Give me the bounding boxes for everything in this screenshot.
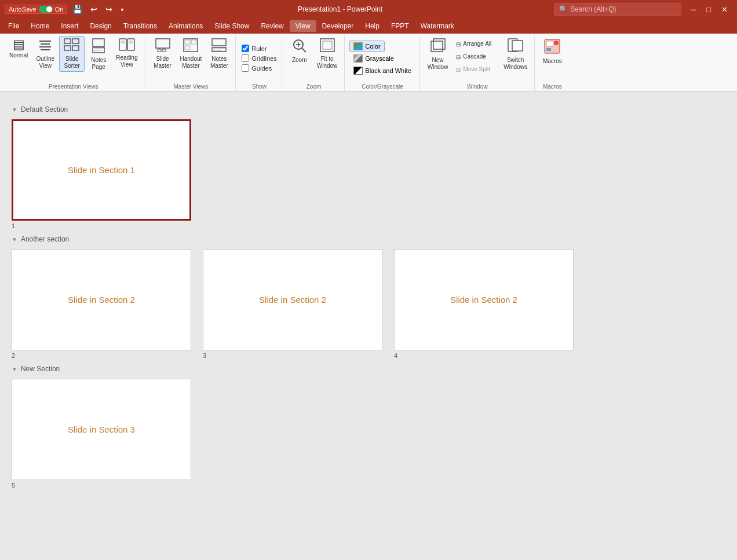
gridlines-check[interactable]: Gridlines	[240, 54, 278, 63]
redo-button[interactable]: ↪	[103, 3, 115, 15]
slide-text-5: Slide in Section 3	[68, 424, 135, 434]
slide-number-4: 4	[394, 352, 397, 359]
autosave-label: AutoSave	[9, 6, 37, 13]
ribbon-btn-outline-view[interactable]: OutlineView	[32, 36, 58, 72]
slide-text-2: Slide in Section 2	[68, 295, 135, 305]
svg-rect-20	[162, 49, 166, 52]
ribbon-btn-slide-sorter[interactable]: SlideSorter	[59, 36, 85, 72]
ribbon-btn-fit-to-window[interactable]: Fit toWindow	[313, 36, 341, 72]
undo-button[interactable]: ↩	[87, 3, 100, 15]
slide-thumb-3[interactable]: Slide in Section 2	[203, 249, 382, 350]
slide-sorter-area: ▼ Default Section Slide in Section 1 1 ▼…	[0, 91, 737, 560]
ribbon-btn-zoom[interactable]: Zoom	[287, 36, 312, 66]
master-views-buttons: SlideMaster HandoutMaster NotesMaster	[150, 36, 232, 80]
svg-rect-37	[431, 41, 443, 52]
ribbon-btn-normal[interactable]: ▤ Normal	[6, 36, 31, 61]
reading-view-icon	[119, 38, 135, 53]
ribbon-btn-handout-master[interactable]: HandoutMaster	[177, 36, 206, 72]
menu-file[interactable]: File	[2, 20, 25, 32]
group-label-window: Window	[421, 83, 534, 90]
gridlines-checkbox[interactable]	[242, 54, 249, 62]
main-content: ▼ Default Section Slide in Section 1 1 ▼…	[0, 91, 737, 560]
ribbon-btn-notes-master[interactable]: NotesMaster	[206, 36, 232, 72]
presentation-views-buttons: ▤ Normal OutlineView SlideSorter NotesP	[6, 36, 141, 80]
menu-design[interactable]: Design	[84, 20, 117, 32]
quick-access-toolbar: AutoSave On 💾 ↩ ↪ ▪	[5, 3, 126, 15]
menu-slideshow[interactable]: Slide Show	[209, 20, 255, 32]
section-header-another[interactable]: ▼ Another section	[12, 235, 725, 243]
ruler-checkbox[interactable]	[242, 45, 249, 52]
guides-checkbox[interactable]	[242, 64, 249, 72]
ribbon-btn-macros[interactable]: Macros	[539, 36, 565, 67]
section-header-new[interactable]: ▼ New Section	[12, 365, 725, 373]
fit-to-window-icon	[320, 38, 335, 54]
menu-home[interactable]: Home	[25, 20, 55, 32]
maximize-button[interactable]: □	[702, 4, 716, 15]
menu-developer[interactable]: Developer	[316, 20, 360, 32]
ruler-check[interactable]: Ruler	[240, 44, 268, 53]
svg-rect-13	[127, 39, 134, 50]
group-label-master-views: Master Views	[147, 83, 236, 90]
svg-rect-5	[72, 39, 79, 43]
search-icon: 🔍	[559, 5, 568, 13]
svg-rect-38	[433, 39, 445, 49]
ribbon-btn-move-split[interactable]: ⊟ Move Split	[453, 64, 499, 75]
color-option-grayscale[interactable]: Grayscale	[349, 53, 398, 64]
menu-watermark[interactable]: Watermark	[415, 20, 460, 32]
slide-thumb-2[interactable]: Slide in Section 2	[12, 249, 191, 350]
ribbon-btn-notes-page[interactable]: NotesPage	[86, 36, 111, 73]
ribbon-btn-arrange-all[interactable]: ⊟ Arrange All	[453, 38, 499, 50]
menu-insert[interactable]: Insert	[55, 20, 84, 32]
arrange-all-icon: ⊟	[456, 41, 461, 47]
window-buttons: NewWindow ⊟ Arrange All ⊟ Cascade ⊟ Move…	[424, 36, 531, 80]
close-button[interactable]: ✕	[717, 4, 732, 15]
group-label-zoom: Zoom	[283, 83, 345, 90]
guides-check[interactable]: Guides	[240, 64, 273, 72]
slide-thumb-4[interactable]: Slide in Section 2	[394, 249, 574, 350]
color-options: Color Grayscale Black and White	[349, 36, 415, 80]
menu-view[interactable]: View	[290, 20, 316, 32]
search-input[interactable]	[570, 5, 676, 13]
menu-review[interactable]: Review	[255, 20, 289, 32]
svg-rect-26	[185, 46, 190, 50]
ribbon-btn-switch-windows[interactable]: SwitchWindows	[500, 36, 531, 73]
menu-bar: File Home Insert Design Transitions Anim…	[0, 19, 737, 34]
slide-thumb-1[interactable]: Slide in Section 1	[12, 119, 191, 221]
menu-fppt[interactable]: FPPT	[385, 20, 415, 32]
notes-page-icon	[92, 38, 105, 56]
svg-rect-7	[72, 46, 79, 50]
menu-transitions[interactable]: Transitions	[118, 20, 163, 32]
show-checks: Ruler Gridlines Guides	[240, 36, 278, 80]
slide-number-1: 1	[12, 222, 15, 229]
outline-view-icon	[38, 38, 52, 54]
svg-rect-25	[191, 40, 196, 44]
slide-thumb-5[interactable]: Slide in Section 3	[12, 379, 191, 480]
ribbon-group-master-views: SlideMaster HandoutMaster NotesMaster Ma…	[147, 36, 236, 91]
color-option-color[interactable]: Color	[349, 41, 384, 52]
section-name-default: Default Section	[21, 105, 68, 114]
slide-number-5: 5	[12, 482, 15, 489]
ribbon-btn-slide-master[interactable]: SlideMaster	[150, 36, 176, 72]
slides-row-default: Slide in Section 1 1	[12, 119, 725, 229]
svg-rect-40	[512, 41, 523, 51]
menu-help[interactable]: Help	[359, 20, 385, 32]
autosave-toggle[interactable]: AutoSave On	[5, 5, 67, 14]
minimize-button[interactable]: ─	[686, 4, 700, 15]
color-option-black-white[interactable]: Black and White	[349, 65, 415, 76]
menu-animations[interactable]: Animations	[163, 20, 209, 32]
macros-icon	[543, 38, 561, 57]
section-header-default[interactable]: ▼ Default Section	[12, 105, 725, 114]
save-button[interactable]: 💾	[70, 3, 85, 15]
color-swatch-bw	[353, 67, 363, 75]
ribbon-btn-reading-view[interactable]: ReadingView	[112, 36, 141, 71]
app-title: Presentation1 - PowerPoint	[131, 5, 549, 13]
customize-button[interactable]: ▪	[118, 3, 126, 15]
search-box[interactable]: 🔍	[554, 3, 681, 16]
ribbon-btn-cascade[interactable]: ⊟ Cascade	[453, 51, 499, 63]
cascade-icon: ⊟	[456, 54, 461, 60]
slide-master-icon	[155, 38, 170, 54]
svg-rect-42	[546, 41, 553, 46]
ribbon-btn-new-window[interactable]: NewWindow	[424, 36, 452, 73]
macros-buttons: Macros	[539, 36, 565, 80]
svg-line-32	[302, 48, 306, 52]
